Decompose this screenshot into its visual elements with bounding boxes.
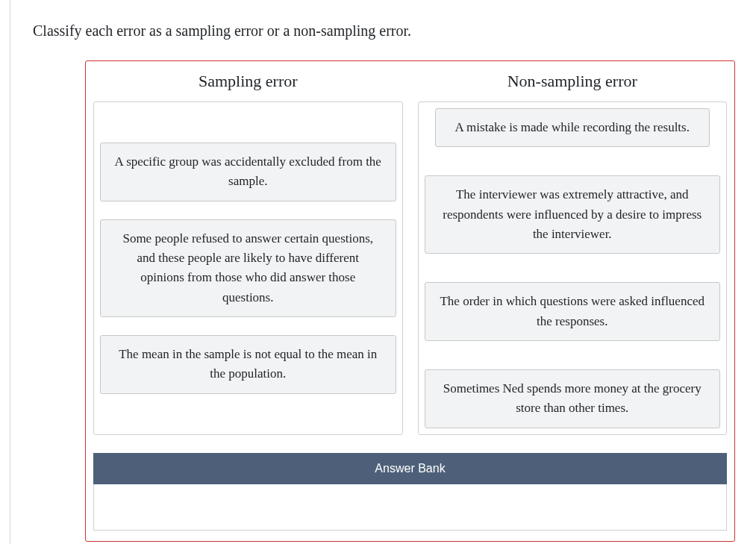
spacer — [425, 350, 721, 360]
answer-chip[interactable]: The order in which questions were asked … — [425, 282, 721, 341]
answer-bank-body[interactable] — [93, 484, 727, 531]
spacer — [425, 156, 721, 166]
drop-area-sampling[interactable]: A specific group was accidentally exclud… — [93, 101, 403, 435]
column-title-right: Non-sampling error — [418, 72, 728, 91]
left-rule — [10, 0, 10, 544]
column-non-sampling-error: Non-sampling error A mistake is made whi… — [418, 67, 728, 435]
spacer — [425, 263, 721, 273]
answer-chip[interactable]: The mean in the sample is not equal to t… — [100, 335, 396, 394]
column-title-left: Sampling error — [93, 72, 403, 91]
question-prompt: Classify each error as a sampling error … — [33, 22, 756, 40]
answer-bank-header[interactable]: Answer Bank — [93, 453, 727, 484]
spacer — [100, 403, 396, 428]
answer-chip[interactable]: Some people refused to answer certain qu… — [100, 219, 396, 317]
drop-area-non-sampling[interactable]: A mistake is made while recording the re… — [418, 101, 728, 435]
answer-chip[interactable]: A mistake is made while recording the re… — [435, 108, 710, 147]
column-sampling-error: Sampling error A specific group was acci… — [93, 67, 403, 435]
answer-chip[interactable]: Sometimes Ned spends more money at the g… — [425, 369, 721, 428]
answer-bank: Answer Bank — [93, 453, 727, 531]
answer-chip[interactable]: The interviewer was extremely attractive… — [425, 175, 721, 254]
categorize-widget: Sampling error A specific group was acci… — [85, 60, 735, 542]
spacer — [100, 108, 396, 134]
answer-chip[interactable]: A specific group was accidentally exclud… — [100, 143, 396, 201]
